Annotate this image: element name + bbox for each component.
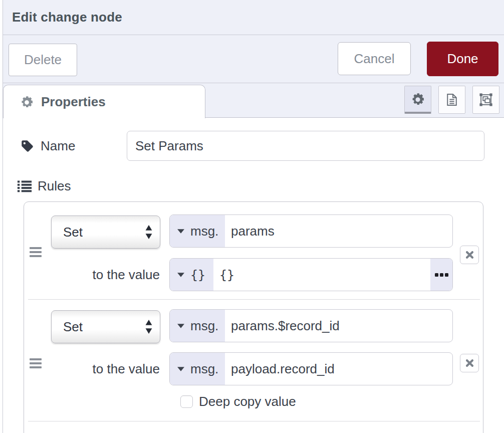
name-input[interactable] [127, 131, 484, 161]
editor-toolbar-buttons [404, 86, 499, 114]
delete-button[interactable]: Delete [9, 44, 77, 76]
rule-1-property-type-button[interactable]: msg. [170, 215, 225, 247]
dialog-title: Edit change node [12, 10, 122, 25]
name-field-label-row: Name [21, 138, 75, 154]
rule-2-action-value: Set [63, 319, 83, 335]
dialog-panel: Edit change node Delete Cancel Done Prop… [3, 0, 504, 433]
tag-icon [21, 139, 34, 153]
editor-tab-bar: Properties [3, 83, 504, 118]
deep-copy-checkbox[interactable] [180, 395, 193, 408]
ellipsis-icon [435, 273, 448, 277]
tab-properties-label: Properties [41, 94, 106, 110]
rules-label: Rules [38, 178, 71, 194]
appearance-view-button[interactable] [472, 86, 499, 114]
select-arrows-icon [145, 225, 152, 239]
caret-down-icon [177, 324, 184, 328]
caret-down-icon [177, 367, 184, 371]
rule-1-value-type-button[interactable]: {} [170, 259, 213, 291]
dialog-button-bar: Delete Cancel Done [3, 35, 504, 83]
rule-1-property-type: msg. [190, 224, 218, 239]
gear-icon [411, 92, 425, 106]
rule-2-property-input[interactable] [225, 310, 452, 342]
description-view-button[interactable] [438, 86, 465, 114]
rule-1-action-select[interactable]: Set [51, 215, 160, 249]
rule-1-value-type: {} [190, 268, 205, 282]
description-icon [445, 93, 459, 107]
properties-view-button[interactable] [404, 86, 431, 114]
deep-copy-label: Deep copy value [199, 394, 296, 409]
rule-1-property-input[interactable] [225, 215, 452, 247]
caret-down-icon [177, 273, 184, 277]
rule-2-value-type: msg. [190, 361, 218, 377]
dialog-header: Edit change node [3, 0, 504, 35]
done-button[interactable]: Done [427, 42, 498, 76]
rule-1-remove-button[interactable] [460, 246, 479, 264]
rule-1-property-typedinput: msg. [169, 214, 453, 248]
caret-down-icon [177, 229, 184, 234]
rules-list: Set msg. to the value [24, 201, 483, 433]
rule-2-value-typedinput: msg. [169, 352, 453, 385]
appearance-icon [479, 93, 493, 107]
x-icon [466, 251, 473, 259]
rule-1-expand-editor-button[interactable] [430, 259, 452, 291]
tab-properties[interactable]: Properties [3, 85, 205, 118]
edit-change-node-dialog: Edit change node Delete Cancel Done Prop… [0, 0, 504, 433]
rule-divider [28, 299, 480, 300]
rule-2-property-type-button[interactable]: msg. [170, 310, 225, 342]
properties-form: Name Rules Set [3, 118, 504, 433]
rule-1-value-typedinput: {} [169, 258, 453, 291]
list-icon [17, 180, 32, 192]
gear-icon [20, 95, 34, 109]
rules-section-label-row: Rules [17, 178, 71, 194]
cancel-button[interactable]: Cancel [338, 42, 411, 75]
rule-2-to-label: to the value [24, 352, 160, 385]
rule-1-action-value: Set [63, 225, 83, 240]
name-label: Name [41, 138, 75, 154]
rule-2-value-input[interactable] [225, 353, 452, 385]
deep-copy-row: Deep copy value [180, 394, 296, 409]
rule-1-to-label: to the value [24, 258, 160, 291]
x-icon [466, 359, 473, 367]
rule-2-action-select[interactable]: Set [51, 310, 160, 343]
drag-handle-icon[interactable] [30, 247, 42, 257]
rule-2-value-type-button[interactable]: msg. [170, 353, 225, 385]
rule-1-value-input[interactable] [213, 259, 430, 291]
rule-divider [28, 421, 480, 421]
rule-2-property-typedinput: msg. [169, 309, 453, 342]
rule-2-property-type: msg. [190, 318, 218, 334]
select-arrows-icon [145, 320, 152, 334]
rule-2-remove-button[interactable] [460, 354, 479, 372]
